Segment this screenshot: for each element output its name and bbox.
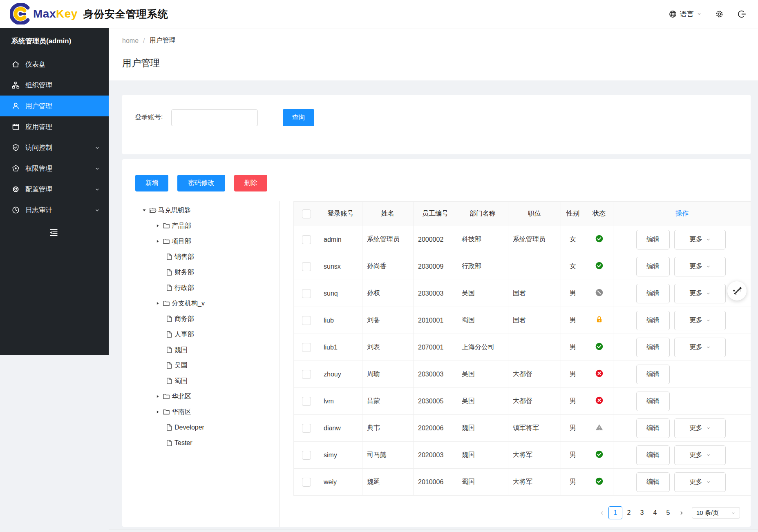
tree-item[interactable]: 马克思钥匙 bbox=[122, 203, 279, 218]
delete-button[interactable]: 删除 bbox=[234, 175, 267, 191]
caret-right-icon[interactable] bbox=[153, 221, 162, 230]
tree-item[interactable]: 财务部 bbox=[122, 265, 279, 280]
sidebar-item-home[interactable]: 仪表盘 bbox=[0, 54, 109, 75]
theme-wand-button[interactable] bbox=[727, 281, 747, 301]
sidebar-item-app[interactable]: 应用管理 bbox=[0, 116, 109, 137]
tree-item-label: 华南区 bbox=[172, 408, 191, 416]
edit-button[interactable]: 编辑 bbox=[636, 418, 670, 438]
pagination-page-1[interactable]: 1 bbox=[608, 506, 622, 519]
tree-item[interactable]: 人事部 bbox=[122, 327, 279, 342]
sidebar-item-user[interactable]: 用户管理 bbox=[0, 96, 109, 116]
sidebar-item-gear[interactable]: 配置管理 bbox=[0, 179, 109, 200]
department-cell: 行政部 bbox=[457, 253, 508, 280]
more-button[interactable]: 更多 bbox=[674, 284, 726, 303]
more-button[interactable]: 更多 bbox=[674, 472, 726, 492]
table-row: dianw典韦2020006魏国镇军将军男编辑更多 bbox=[294, 415, 751, 442]
change-password-button[interactable]: 密码修改 bbox=[177, 175, 225, 191]
edit-button[interactable]: 编辑 bbox=[636, 257, 670, 276]
row-checkbox[interactable] bbox=[302, 343, 311, 352]
tree-item[interactable]: 产品部 bbox=[122, 218, 279, 234]
tree-item[interactable]: 吴国 bbox=[122, 358, 279, 373]
edit-button[interactable]: 编辑 bbox=[636, 445, 670, 465]
more-button[interactable]: 更多 bbox=[674, 230, 726, 249]
breadcrumb-home-link[interactable]: home bbox=[122, 37, 139, 45]
pagination-page-2[interactable]: 2 bbox=[622, 506, 635, 519]
tree-item[interactable]: 行政部 bbox=[122, 280, 279, 296]
tree-item[interactable]: Developer bbox=[122, 420, 279, 435]
caret-placeholder bbox=[153, 361, 162, 370]
pagination-page-5[interactable]: 5 bbox=[662, 506, 675, 519]
tree-item[interactable]: 魏国 bbox=[122, 342, 279, 358]
language-switcher[interactable]: 语言 bbox=[669, 9, 702, 19]
caret-right-icon[interactable] bbox=[153, 407, 162, 416]
menu-fold-button[interactable] bbox=[0, 220, 109, 238]
row-checkbox-cell bbox=[294, 415, 319, 442]
edit-button[interactable]: 编辑 bbox=[636, 365, 670, 384]
sidebar-item-org[interactable]: 组织管理 bbox=[0, 75, 109, 96]
status-cell bbox=[585, 334, 613, 361]
row-checkbox[interactable] bbox=[302, 316, 311, 325]
status-cell bbox=[585, 442, 613, 469]
more-button[interactable]: 更多 bbox=[674, 418, 726, 438]
edit-button[interactable]: 编辑 bbox=[636, 338, 670, 357]
sidebar-menu: 仪表盘组织管理用户管理应用管理访问控制权限管理配置管理日志审计 bbox=[0, 54, 109, 220]
more-button-label: 更多 bbox=[689, 451, 702, 459]
edit-button[interactable]: 编辑 bbox=[636, 472, 670, 492]
row-checkbox[interactable] bbox=[302, 289, 311, 298]
pagination-page-3[interactable]: 3 bbox=[635, 506, 648, 519]
select-all-checkbox[interactable] bbox=[302, 209, 311, 218]
row-checkbox-cell bbox=[294, 388, 319, 415]
tree-item[interactable]: 项目部 bbox=[122, 234, 279, 249]
edit-button[interactable]: 编辑 bbox=[636, 230, 670, 249]
caret-right-icon[interactable] bbox=[153, 299, 162, 308]
row-checkbox[interactable] bbox=[302, 478, 311, 487]
edit-button[interactable]: 编辑 bbox=[636, 311, 670, 330]
sidebar-item-shield[interactable]: 访问控制 bbox=[0, 137, 109, 158]
more-button[interactable]: 更多 bbox=[674, 311, 726, 330]
tree-item[interactable]: 蜀国 bbox=[122, 373, 279, 389]
department-cell: 吴国 bbox=[457, 280, 508, 307]
tree-item[interactable]: Tester bbox=[122, 435, 279, 451]
chevron-down-icon bbox=[706, 264, 711, 269]
tree-item[interactable]: 华南区 bbox=[122, 404, 279, 420]
row-checkbox[interactable] bbox=[302, 262, 311, 271]
more-button[interactable]: 更多 bbox=[674, 338, 726, 357]
employee-no-cell: 2000002 bbox=[414, 226, 457, 253]
more-button[interactable]: 更多 bbox=[674, 445, 726, 465]
position-cell: 大都督 bbox=[508, 361, 561, 388]
pagination-prev-icon[interactable] bbox=[595, 506, 608, 519]
row-checkbox[interactable] bbox=[302, 397, 311, 406]
row-checkbox[interactable] bbox=[302, 370, 311, 379]
more-button[interactable]: 更多 bbox=[674, 257, 726, 276]
caret-down-icon[interactable] bbox=[140, 206, 149, 215]
tree-item[interactable]: 商务部 bbox=[122, 311, 279, 327]
sidebar-item-clock[interactable]: 日志审计 bbox=[0, 200, 109, 220]
page-size-select[interactable]: 10 条/页 bbox=[692, 507, 740, 519]
edit-button[interactable]: 编辑 bbox=[636, 284, 670, 303]
logout-power-icon[interactable] bbox=[737, 9, 747, 19]
more-button-label: 更多 bbox=[689, 262, 702, 271]
pagination-next-icon[interactable] bbox=[675, 506, 688, 519]
row-checkbox[interactable] bbox=[302, 424, 311, 433]
gender-cell: 女 bbox=[561, 226, 585, 253]
status-active-icon bbox=[595, 450, 604, 459]
tree-item[interactable]: 销售部 bbox=[122, 249, 279, 265]
name-cell: 系统管理员 bbox=[362, 226, 414, 253]
caret-right-icon[interactable] bbox=[153, 237, 162, 246]
tree-item[interactable]: 分支机构_v bbox=[122, 296, 279, 311]
row-checkbox[interactable] bbox=[302, 451, 311, 460]
row-checkbox[interactable] bbox=[302, 235, 311, 244]
tree-item[interactable]: 华北区 bbox=[122, 389, 279, 404]
query-button[interactable]: 查询 bbox=[283, 109, 314, 126]
edit-button[interactable]: 编辑 bbox=[636, 392, 670, 411]
user-icon bbox=[11, 102, 20, 110]
sidebar-item-pentagon[interactable]: 权限管理 bbox=[0, 158, 109, 179]
add-button[interactable]: 新增 bbox=[135, 175, 168, 191]
column-header: 员工编号 bbox=[414, 202, 457, 226]
pagination-page-4[interactable]: 4 bbox=[648, 506, 662, 519]
settings-gear-icon[interactable] bbox=[715, 9, 724, 19]
status-cell bbox=[585, 361, 613, 388]
status-locked-icon bbox=[595, 315, 604, 324]
login-account-input[interactable] bbox=[171, 109, 258, 126]
caret-right-icon[interactable] bbox=[153, 392, 162, 401]
